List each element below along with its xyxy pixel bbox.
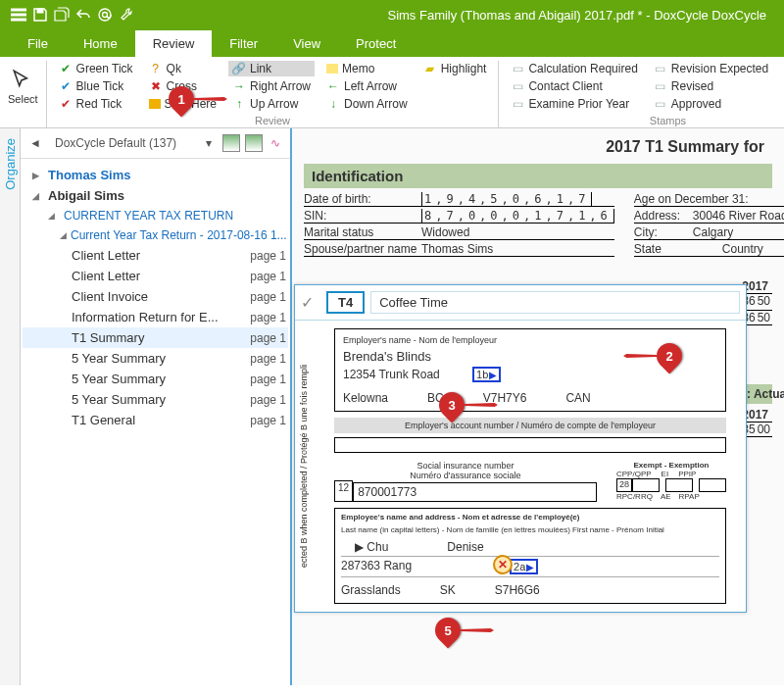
tree-item[interactable]: 5 Year Summarypage 1 xyxy=(23,369,288,389)
group-review-label: Review xyxy=(47,115,499,126)
cross-annotation[interactable]: ✕ xyxy=(493,555,513,574)
stamp-examine[interactable]: ▭Examine Prior Year xyxy=(507,96,641,112)
tab-protect[interactable]: Protect xyxy=(338,30,414,57)
svg-point-4 xyxy=(99,9,111,21)
link-marker-1b[interactable]: 1b▶ xyxy=(472,367,501,382)
cross-mark[interactable]: ✖Cross xyxy=(145,78,220,94)
organize-tab[interactable]: Organize xyxy=(0,128,21,685)
tree-item[interactable]: Client Letterpage 1 xyxy=(23,266,288,286)
tab-view[interactable]: View xyxy=(275,30,338,57)
check-icon[interactable]: ✓ xyxy=(301,293,320,312)
at-icon[interactable] xyxy=(94,4,116,25)
right-arrow[interactable]: →Right Arrow xyxy=(228,78,315,94)
stamp-approved[interactable]: ▭Approved xyxy=(650,96,772,112)
t4-tag[interactable]: T4 xyxy=(326,291,365,314)
green-tick[interactable]: ✔Green Tick xyxy=(55,61,137,76)
nav-back[interactable]: ◄ xyxy=(26,134,44,152)
group-stamps-label: Stamps xyxy=(499,115,784,126)
svg-rect-1 xyxy=(11,14,26,16)
tree-thomas[interactable]: ▶Thomas Sims xyxy=(23,165,288,185)
menu-icon[interactable] xyxy=(8,4,29,25)
link-toggle[interactable]: ∿ xyxy=(267,134,284,152)
stamp-go[interactable]: ▭Go xyxy=(780,78,784,94)
memo-tool[interactable]: Memo xyxy=(322,61,412,76)
t4-popup[interactable]: ✓ T4 Coffee Time ected B when completed … xyxy=(294,284,747,613)
sidebar: ◄ DoxCycle Default (137) ▾ ∿ ▶Thomas Sim… xyxy=(21,128,292,685)
sign-here[interactable]: Sign Here xyxy=(145,96,220,112)
up-arrow[interactable]: ↑Up Arrow xyxy=(228,96,315,112)
link-marker-2a[interactable]: 2a▶ xyxy=(510,559,538,574)
svg-rect-3 xyxy=(37,9,43,13)
tab-filter[interactable]: Filter xyxy=(212,30,275,57)
dd-caret[interactable]: ▾ xyxy=(200,134,218,152)
left-arrow[interactable]: ←Left Arrow xyxy=(322,78,412,94)
stamp-no[interactable]: ▭No xyxy=(780,61,784,76)
wrench-icon[interactable] xyxy=(116,4,137,25)
blue-tick[interactable]: ✔Blue Tick xyxy=(55,78,137,94)
tree-item[interactable]: Client Letterpage 1 xyxy=(23,245,288,266)
stamp-calc[interactable]: ▭Calculation Required xyxy=(507,61,641,76)
select-label: Select xyxy=(8,93,38,105)
view-btn-1[interactable] xyxy=(222,134,240,152)
view-btn-2[interactable] xyxy=(245,134,263,152)
tree: ▶Thomas Sims ◢Abigail Sims ◢CURRENT YEAR… xyxy=(21,159,290,436)
quick-mark[interactable]: ?Qk xyxy=(145,61,220,76)
app-title: Sims Family (Thomas and Abigail) 2017.pd… xyxy=(137,8,776,23)
link-tool[interactable]: 🔗Link xyxy=(228,61,315,76)
account-label: Employer's account number / Numéro de co… xyxy=(334,418,726,433)
undo-icon[interactable] xyxy=(73,4,94,25)
tab-home[interactable]: Home xyxy=(66,30,135,57)
tree-item-selected[interactable]: T1 Summarypage 1 xyxy=(23,327,288,348)
ident-header: Identification xyxy=(304,164,772,188)
summary-title: 2017 T1 Summary for xyxy=(304,138,772,156)
protected-label: ected B when completed / Protégé B une f… xyxy=(299,321,309,612)
stamp-contact[interactable]: ▭Contact Client xyxy=(507,78,641,94)
highlight-tool[interactable]: ▰Highlight xyxy=(419,61,491,76)
stamp-revised[interactable]: ▭Revised xyxy=(650,78,772,94)
tree-item[interactable]: 5 Year Summarypage 1 xyxy=(23,348,288,369)
tab-review[interactable]: Review xyxy=(135,30,213,57)
tree-item[interactable]: 5 Year Summarypage 1 xyxy=(23,389,288,410)
employee-box: Employee's name and address - Nom et adr… xyxy=(334,508,726,604)
tree-item[interactable]: T1 Generalpage 1 xyxy=(23,410,288,430)
title-bar: Sims Family (Thomas and Abigail) 2017.pd… xyxy=(0,0,784,29)
red-tick[interactable]: ✔Red Tick xyxy=(55,96,137,112)
svg-rect-0 xyxy=(11,9,26,11)
stamp-fin[interactable]: ▭Fina xyxy=(780,96,784,112)
tree-cytr[interactable]: ◢CURRENT YEAR TAX RETURN xyxy=(23,206,288,225)
svg-rect-2 xyxy=(11,19,26,21)
saveall-icon[interactable] xyxy=(51,4,73,25)
tree-item[interactable]: Client Invoicepage 1 xyxy=(23,286,288,307)
sidebar-dropdown[interactable]: DoxCycle Default (137) xyxy=(48,132,196,154)
employer-box: Employer's name - Nom de l'employeur Bre… xyxy=(334,328,726,412)
account-field xyxy=(334,437,726,453)
down-arrow[interactable]: ↓Down Arrow xyxy=(322,96,412,112)
t4-name-field[interactable]: Coffee Time xyxy=(370,291,740,314)
tree-abigail[interactable]: ◢Abigail Sims xyxy=(23,185,288,206)
select-group[interactable]: Select xyxy=(0,61,47,127)
tab-file[interactable]: File xyxy=(10,30,66,57)
tree-item[interactable]: Information Return for E...page 1 xyxy=(23,307,288,327)
stamp-revexp[interactable]: ▭Revision Expected xyxy=(650,61,772,76)
save-icon[interactable] xyxy=(29,4,51,25)
menu-bar: File Home Review Filter View Protect xyxy=(0,29,784,57)
ribbon: Select ✔Green Tick ✔Blue Tick ✔Red Tick … xyxy=(0,57,784,128)
tree-cytr2[interactable]: ◢Current Year Tax Return - 2017-08-16 1.… xyxy=(23,225,288,245)
